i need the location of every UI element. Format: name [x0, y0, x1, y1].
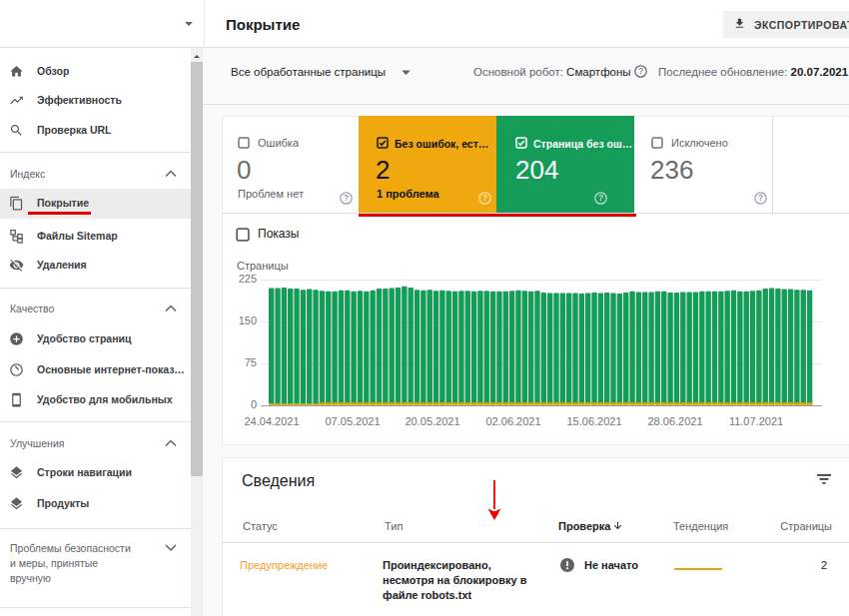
svg-text:?: ? [482, 193, 487, 203]
svg-text:?: ? [598, 193, 603, 203]
svg-text:?: ? [638, 66, 643, 76]
svg-text:?: ? [344, 193, 349, 203]
svg-text:?: ? [758, 193, 763, 203]
